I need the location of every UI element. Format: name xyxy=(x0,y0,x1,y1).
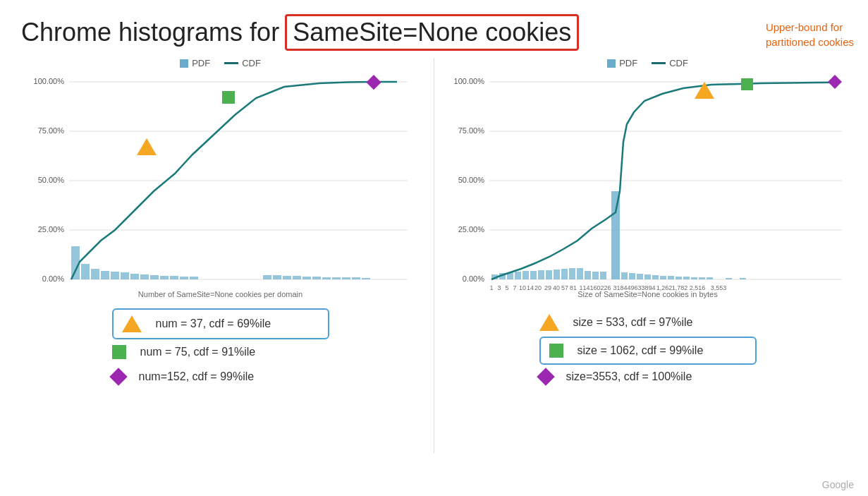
svg-rect-28 xyxy=(312,277,321,279)
svg-rect-78 xyxy=(741,78,753,90)
svg-rect-11 xyxy=(81,264,90,279)
svg-rect-57 xyxy=(569,268,575,279)
svg-rect-36 xyxy=(366,75,381,90)
svg-rect-32 xyxy=(352,277,360,279)
svg-rect-70 xyxy=(676,277,682,279)
pdf-label-r: PDF xyxy=(619,58,637,68)
svg-rect-66 xyxy=(644,274,651,279)
svg-rect-35 xyxy=(222,91,235,104)
svg-text:0.00%: 0.00% xyxy=(462,274,484,283)
svg-rect-12 xyxy=(91,269,99,279)
svg-rect-27 xyxy=(302,277,311,279)
svg-rect-58 xyxy=(577,268,583,279)
left-stat-3-text: num=152, cdf = 99%ile xyxy=(139,370,255,383)
svg-rect-24 xyxy=(273,275,281,279)
left-stat-3: num=152, cdf = 99%ile xyxy=(112,365,329,389)
svg-rect-14 xyxy=(111,272,119,279)
svg-rect-25 xyxy=(283,276,291,279)
left-chart-svg: 100.00% 75.00% 50.00% 25.00% 0.00% xyxy=(23,71,418,290)
svg-rect-50 xyxy=(515,272,521,279)
right-chart-svg: 100.00% 75.00% 50.00% 25.00% 0.00% xyxy=(444,71,852,290)
right-stat-3: size=3553, cdf = 100%ile xyxy=(539,365,757,389)
left-stat-2-text: num = 75, cdf = 91%ile xyxy=(140,346,256,358)
svg-rect-68 xyxy=(660,276,666,279)
cdf-label: CDF xyxy=(242,58,261,68)
svg-text:7: 7 xyxy=(513,284,516,291)
svg-text:75.00%: 75.00% xyxy=(458,126,484,135)
svg-text:29: 29 xyxy=(544,284,551,291)
right-stat-2: size = 1062, cdf = 99%ile xyxy=(539,337,757,365)
svg-text:20: 20 xyxy=(534,284,541,291)
svg-rect-53 xyxy=(538,270,544,279)
left-legend-pdf: PDF xyxy=(180,58,210,68)
svg-rect-22 xyxy=(190,277,198,279)
svg-rect-76 xyxy=(740,278,746,279)
pdf-label: PDF xyxy=(192,58,210,68)
left-legend: PDF CDF xyxy=(180,58,261,68)
orange-triangle-icon-2 xyxy=(539,314,559,331)
svg-text:100.00%: 100.00% xyxy=(453,77,484,85)
svg-text:50.00%: 50.00% xyxy=(37,176,64,184)
svg-rect-62 xyxy=(600,272,606,279)
svg-text:5: 5 xyxy=(505,284,508,291)
svg-rect-79 xyxy=(828,75,842,89)
annotation: Upper-bound for partitioned cookies xyxy=(766,20,854,49)
right-chart-section: PDF CDF 100.00% 75.00% 50.00% 25.00% 0.0… xyxy=(434,58,861,453)
svg-rect-63 xyxy=(621,272,628,279)
svg-rect-16 xyxy=(130,274,139,279)
svg-rect-17 xyxy=(140,274,149,279)
svg-rect-29 xyxy=(322,277,331,279)
right-stat-2-text: size = 1062, cdf = 99%ile xyxy=(577,344,704,357)
svg-text:0.00%: 0.00% xyxy=(42,274,63,283)
svg-rect-59 xyxy=(611,191,620,279)
svg-text:81: 81 xyxy=(569,284,576,291)
svg-text:10: 10 xyxy=(518,284,525,291)
annotation-line2: partitioned cookies xyxy=(766,35,854,49)
pdf-icon-r xyxy=(607,59,616,68)
left-legend-cdf: CDF xyxy=(224,58,261,68)
svg-rect-23 xyxy=(263,275,271,279)
title-prefix: Chrome histograms for xyxy=(21,18,279,47)
right-chart-subtitle: Size of SameSite=None cookies in bytes xyxy=(577,290,717,298)
svg-marker-34 xyxy=(137,138,157,155)
left-chart-section: PDF CDF 100.00% 75.00% 50.00% 25.00% 0.0… xyxy=(7,58,434,453)
svg-rect-54 xyxy=(546,270,552,279)
svg-rect-30 xyxy=(332,277,341,279)
svg-text:57: 57 xyxy=(561,284,568,291)
cdf-icon xyxy=(224,62,238,64)
svg-text:50.00%: 50.00% xyxy=(458,176,484,184)
green-square-icon-1 xyxy=(112,345,126,359)
svg-rect-60 xyxy=(585,271,591,279)
svg-rect-31 xyxy=(342,277,350,279)
svg-text:1: 1 xyxy=(489,284,493,291)
right-stats-box: size = 533, cdf = 97%ile size = 1062, cd… xyxy=(528,303,768,394)
svg-rect-55 xyxy=(554,270,560,279)
main-title: Chrome histograms for SameSite=None cook… xyxy=(0,0,868,58)
right-legend-pdf: PDF xyxy=(607,58,637,68)
svg-rect-73 xyxy=(699,277,705,279)
orange-triangle-icon-1 xyxy=(122,315,142,332)
svg-rect-26 xyxy=(293,276,301,279)
annotation-line1: Upper-bound for xyxy=(766,20,854,35)
svg-rect-74 xyxy=(707,277,713,279)
svg-rect-15 xyxy=(121,272,129,279)
svg-text:14: 14 xyxy=(526,284,533,291)
svg-rect-19 xyxy=(160,276,169,279)
svg-text:40: 40 xyxy=(552,284,559,291)
google-badge: Google xyxy=(822,479,854,490)
right-stat-1: size = 533, cdf = 97%ile xyxy=(539,308,757,337)
pdf-icon xyxy=(180,59,188,68)
purple-diamond-icon-1 xyxy=(109,368,127,385)
svg-rect-52 xyxy=(530,271,537,279)
left-stat-2: num = 75, cdf = 91%ile xyxy=(112,339,329,365)
left-stats-box: num = 37, cdf = 69%ile num = 75, cdf = 9… xyxy=(101,303,341,394)
svg-rect-65 xyxy=(637,274,643,279)
left-stat-1: num = 37, cdf = 69%ile xyxy=(112,308,329,339)
svg-rect-20 xyxy=(170,276,178,279)
svg-rect-33 xyxy=(362,278,370,279)
right-stat-1-text: size = 533, cdf = 97%ile xyxy=(573,316,693,329)
title-highlight: SameSite=None cookies xyxy=(285,14,579,51)
purple-diamond-icon-2 xyxy=(537,368,554,385)
svg-rect-71 xyxy=(683,277,690,279)
right-legend: PDF CDF xyxy=(607,58,688,68)
